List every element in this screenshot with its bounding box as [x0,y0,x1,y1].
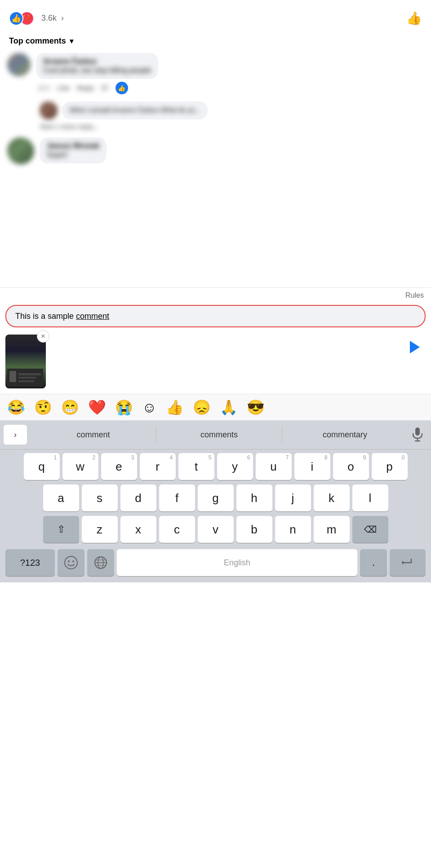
thumbs-up-button[interactable]: 👍 [406,11,422,26]
key-a[interactable]: a [43,485,79,511]
suggestions-bar: › comment comments commentary [0,420,431,449]
reply-action[interactable]: Reply [77,84,94,92]
svg-rect-3 [18,377,36,379]
suggestion-commentary[interactable]: commentary [282,427,408,443]
emoji-keyboard-key[interactable] [58,549,84,576]
avatar-2 [7,137,34,164]
key-k[interactable]: k [314,485,350,511]
space-key[interactable]: English [117,549,357,576]
key-n[interactable]: n [275,516,311,543]
comment-time: 10 h [38,84,50,92]
key-row-1: 1 q 2 w 3 e 4 r 5 t 6 y [2,453,429,480]
emoji-grin[interactable]: 😁 [61,399,79,416]
period-key[interactable]: . [360,549,387,576]
key-v[interactable]: v [198,516,234,543]
emoji-sunglasses[interactable]: 😎 [247,399,265,416]
reaction-arrow: › [61,13,64,23]
globe-icon [93,555,108,570]
keyboard: › comment comments commentary 1 q 2 w [0,420,431,582]
attached-image-wrapper: × [5,335,46,388]
mic-icon [411,427,424,443]
key-u[interactable]: 7 u [256,453,292,480]
key-i[interactable]: 8 i [294,453,330,480]
reply-text: Miloe Lassadi Arvares Čarbus What do yo.… [69,106,200,114]
emoji-bar: 😂 🤨 😁 ❤️ 😭 ☺️ 👍 😞 🙏 😎 [0,394,431,420]
reply-item: Miloe Lassadi Arvares Čarbus What do yo.… [40,101,424,119]
like-reaction-badge: 👍 [116,82,128,94]
key-o[interactable]: 9 o [333,453,369,480]
svg-point-8 [65,556,77,569]
key-y[interactable]: 6 y [217,453,253,480]
return-key[interactable] [390,549,426,576]
key-row-2: a s d f g h j k l [2,485,429,511]
key-b[interactable]: b [236,516,272,543]
svg-point-10 [72,560,74,562]
numbers-key[interactable]: ?123 [5,549,55,576]
emoji-pray[interactable]: 🙏 [220,399,238,416]
key-d[interactable]: d [120,485,156,511]
mic-button[interactable] [408,425,427,445]
suggestions-expand-button[interactable]: › [4,425,27,445]
comment-content: Arvares Čarbus Cool photo, but stop kill… [36,53,158,94]
view-more-replies[interactable]: View 1 more reply... [40,123,424,130]
key-t[interactable]: 5 t [178,453,214,480]
send-button[interactable] [404,336,426,358]
key-c[interactable]: c [159,516,195,543]
comment-input-box[interactable]: This is a sample comment [5,305,426,327]
svg-rect-5 [415,427,420,436]
attached-image-inner [5,335,46,388]
key-q[interactable]: 1 q [24,453,60,480]
reply-avatar [40,101,58,119]
emoji-smile[interactable]: ☺️ [142,399,157,416]
comments-section: 👍 ❤️ 3.6k › 👍 Top comments ▾ Arvares Čar… [0,0,431,287]
emoji-crying[interactable]: 😭 [115,399,133,416]
comment-text: Cool photo, but stop killing people [43,66,151,75]
rules-bar: Rules [0,288,431,301]
emoji-sad[interactable]: 😞 [193,399,211,416]
attached-image [5,335,46,388]
reactions-left[interactable]: 👍 ❤️ 3.6k › [9,11,64,26]
numbers-label: ?123 [20,558,40,568]
key-g[interactable]: g [198,485,234,511]
key-j[interactable]: j [275,485,311,511]
avatar-image-2 [7,137,34,164]
comment-author: Arvares Čarbus [43,57,151,66]
globe-key[interactable] [87,549,114,576]
reactions-bar: 👍 ❤️ 3.6k › 👍 [7,7,424,33]
rules-label[interactable]: Rules [405,291,424,300]
emoji-heart[interactable]: ❤️ [88,399,106,416]
key-p[interactable]: 0 p [372,453,408,480]
delete-key[interactable]: ⌫ [352,516,388,543]
remove-attachment-button[interactable]: × [37,330,49,343]
suggestion-comments[interactable]: comments [156,427,282,443]
svg-rect-2 [18,373,41,375]
comments-filter[interactable]: Top comments ▾ [7,33,424,53]
key-x[interactable]: x [120,516,156,543]
key-z[interactable]: z [82,516,118,543]
filter-label: Top comments [9,36,66,46]
emoji-wink-tongue[interactable]: 🤨 [34,399,52,416]
key-w[interactable]: 2 w [62,453,98,480]
key-h[interactable]: h [236,485,272,511]
space-label: English [224,558,250,568]
smiley-icon [64,555,78,570]
key-e[interactable]: 3 e [101,453,137,480]
svg-rect-4 [18,380,34,382]
key-m[interactable]: m [314,516,350,543]
comment-content-2: Janusz Wronak Super! [40,137,107,164]
key-l[interactable]: l [352,485,388,511]
reply-bubble: Miloe Lassadi Arvares Čarbus What do yo.… [62,101,208,119]
comment-text-2: Super! [47,151,99,159]
key-f[interactable]: f [159,485,195,511]
emoji-thumbs-up[interactable]: 👍 [166,399,184,416]
suggestion-comment[interactable]: comment [31,427,156,443]
like-action[interactable]: Like [57,84,70,92]
comment-author-2: Janusz Wronak [47,142,99,150]
shift-key[interactable]: ⇧ [43,516,79,543]
key-r[interactable]: 4 r [140,453,176,480]
key-s[interactable]: s [82,485,118,511]
emoji-laughing[interactable]: 😂 [7,399,25,416]
comment-input-text: This is a sample comment [15,312,109,321]
svg-point-9 [68,560,70,562]
suggestions-list: comment comments commentary [31,427,408,443]
